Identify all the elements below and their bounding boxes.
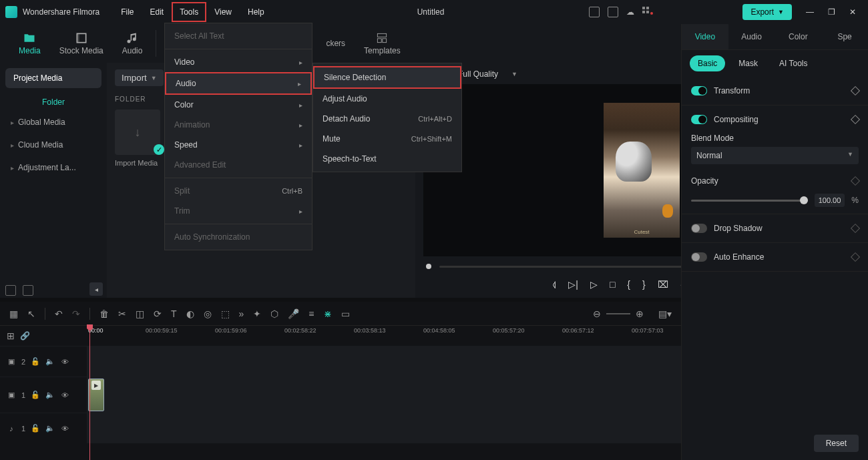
redo-icon[interactable]: ↷ — [72, 308, 80, 319]
menu-trim[interactable]: Trim▸ — [165, 201, 312, 221]
apps-icon[interactable] — [642, 7, 653, 17]
maximize-button[interactable]: ❐ — [827, 7, 836, 17]
prop-tab-speed[interactable]: Spe — [821, 24, 868, 49]
play-button[interactable]: ▷ — [590, 279, 598, 290]
zoom-out-icon[interactable]: ⊖ — [593, 308, 601, 319]
apps-grid-icon[interactable]: ▦ — [9, 308, 18, 319]
mixer-icon[interactable]: ≡ — [308, 308, 314, 319]
undo-icon[interactable]: ↶ — [55, 308, 63, 319]
tab-audio[interactable]: Audio — [114, 27, 151, 59]
menu-help[interactable]: Help — [240, 2, 272, 22]
subtab-ai-tools[interactable]: AI Tools — [771, 55, 815, 71]
sidebar-item-global-media[interactable]: ▸Global Media — [5, 111, 101, 134]
opacity-value[interactable]: 100.00 — [815, 194, 845, 207]
prev-frame-button[interactable]: ⦉ — [552, 279, 556, 290]
track-body[interactable]: ▶ — [87, 377, 681, 413]
mute-icon[interactable]: 🔈 — [45, 357, 55, 367]
lock-icon[interactable]: 🔓 — [31, 357, 40, 367]
shield-icon[interactable]: ⬡ — [270, 308, 278, 319]
track-add-icon[interactable]: ⊞ — [7, 330, 15, 341]
add-folder-icon[interactable] — [5, 285, 16, 296]
cut-icon[interactable]: ✂ — [118, 308, 126, 319]
menu-view[interactable]: View — [206, 2, 240, 22]
reset-button[interactable]: Reset — [814, 435, 859, 452]
playhead-dot[interactable] — [426, 264, 431, 269]
more-icon[interactable]: » — [239, 308, 244, 319]
sidebar-item-cloud-media[interactable]: ▸Cloud Media — [5, 134, 101, 156]
menu-auto-sync[interactable]: Auto Synchronization — [165, 227, 312, 247]
mark-out-button[interactable]: } — [642, 279, 646, 290]
display-icon[interactable]: ⌧ — [658, 279, 668, 290]
menu-edit[interactable]: Edit — [142, 2, 172, 22]
zoom-in-icon[interactable]: ⊕ — [636, 308, 644, 319]
menu-color[interactable]: Color▸ — [165, 95, 312, 115]
eye-icon[interactable]: 👁 — [60, 391, 69, 400]
step-back-button[interactable]: ▷| — [568, 279, 578, 290]
subtab-basic[interactable]: Basic — [690, 55, 725, 71]
media-thumbnail[interactable]: ↓ — [115, 109, 160, 155]
menu-speech-to-text[interactable]: Speech-to-Text — [313, 149, 461, 169]
prop-tab-video[interactable]: Video — [682, 24, 728, 49]
speed-icon[interactable]: ⟳ — [154, 308, 162, 319]
opacity-slider[interactable] — [691, 200, 808, 202]
cloud-icon[interactable]: ☁ — [626, 7, 634, 17]
auto-beat-icon[interactable]: ⋇ — [324, 308, 332, 319]
import-button[interactable]: Import▼ — [115, 69, 164, 86]
mask-icon[interactable]: ◎ — [204, 308, 212, 319]
blend-mode-select[interactable]: Normal▼ — [691, 147, 859, 164]
zoom-slider[interactable] — [606, 313, 630, 314]
menu-advanced-edit[interactable]: Advanced Edit — [165, 155, 312, 175]
drop-shadow-toggle[interactable] — [691, 224, 707, 233]
menu-speed[interactable]: Speed▸ — [165, 135, 312, 155]
subtab-mask[interactable]: Mask — [730, 55, 766, 71]
transform-toggle[interactable] — [691, 86, 707, 95]
quality-dropdown[interactable]: Full Quality▼ — [458, 69, 517, 79]
menu-file[interactable]: File — [113, 2, 142, 22]
auto-enhance-toggle[interactable] — [691, 252, 707, 262]
collapse-sidebar-button[interactable]: ◂ — [89, 282, 103, 296]
mic-icon[interactable]: 🎤 — [288, 308, 299, 319]
menu-mute[interactable]: MuteCtrl+Shift+M — [313, 129, 461, 149]
menu-split[interactable]: SplitCtrl+B — [165, 181, 312, 201]
menu-audio[interactable]: Audio▸ — [165, 72, 312, 95]
save-icon[interactable] — [608, 7, 618, 17]
tab-media[interactable]: Media — [11, 27, 49, 59]
menu-select-all-text[interactable]: Select All Text — [165, 26, 312, 46]
mute-icon[interactable]: 🔈 — [45, 391, 55, 400]
cursor-icon[interactable]: ↖ — [27, 308, 35, 319]
keyframe-icon[interactable] — [851, 252, 860, 262]
menu-silence-detection[interactable]: Silence Detection — [313, 66, 461, 89]
video-clip[interactable]: ▶ — [88, 379, 104, 411]
crop-icon[interactable]: ◫ — [136, 308, 144, 319]
track-body[interactable] — [87, 347, 681, 377]
link-icon[interactable]: 🔗 — [20, 331, 30, 340]
menu-detach-audio[interactable]: Detach AudioCtrl+Alt+D — [313, 109, 461, 129]
mute-icon[interactable]: 🔈 — [45, 424, 55, 433]
stop-button[interactable]: □ — [610, 279, 615, 290]
menu-animation[interactable]: Animation▸ — [165, 115, 312, 135]
mark-in-button[interactable]: { — [627, 279, 630, 290]
compositing-toggle[interactable] — [691, 115, 707, 124]
prop-tab-audio[interactable]: Audio — [728, 24, 775, 49]
tab-stickers[interactable]: ckers — [318, 35, 353, 52]
menu-video[interactable]: Video▸ — [165, 52, 312, 72]
effects-icon[interactable]: ✦ — [253, 308, 261, 319]
lock-icon[interactable]: 🔓 — [31, 391, 40, 400]
track-view-icon[interactable]: ▤▾ — [658, 308, 672, 319]
menu-tools[interactable]: Tools — [172, 2, 206, 22]
timeline-ruler[interactable]: 00:00 00:00:59:15 00:01:59:06 00:02:58:2… — [87, 326, 681, 346]
device-icon[interactable] — [589, 7, 600, 17]
prop-tab-color[interactable]: Color — [775, 24, 822, 49]
keyframe-icon[interactable] — [851, 86, 860, 95]
transform-icon[interactable]: ⬚ — [221, 308, 230, 319]
keyframe-icon[interactable] — [851, 176, 860, 186]
text-icon[interactable]: T — [171, 308, 177, 319]
delete-icon[interactable]: 🗑 — [99, 308, 109, 319]
close-button[interactable]: ✕ — [848, 7, 857, 17]
minimize-button[interactable]: — — [805, 7, 815, 17]
eye-icon[interactable]: 👁 — [60, 424, 69, 433]
remove-folder-icon[interactable] — [23, 285, 33, 296]
marker-icon[interactable]: ▭ — [341, 308, 350, 319]
menu-adjust-audio[interactable]: Adjust Audio — [313, 89, 461, 109]
tab-stock-media[interactable]: Stock Media — [51, 27, 112, 59]
